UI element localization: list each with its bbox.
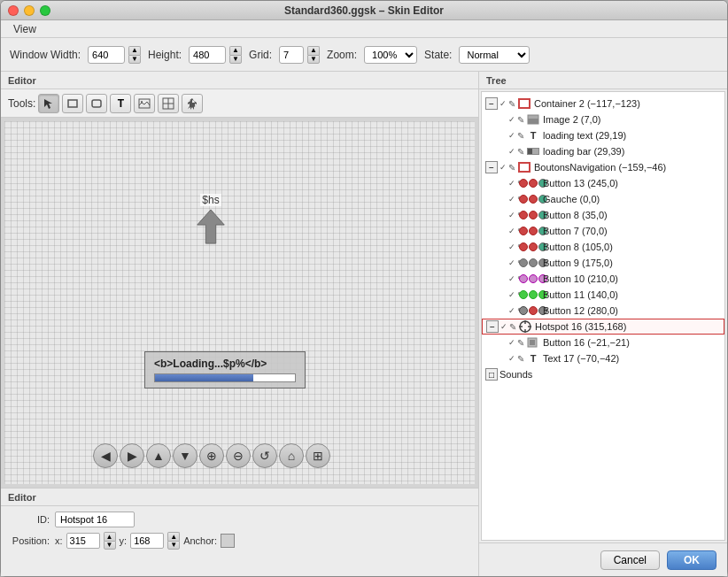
check-icon[interactable]: ✓ [508,211,515,219]
pencil-icon[interactable]: ✎ [517,131,524,141]
tree-toggle[interactable]: □ [485,368,498,381]
grid-up[interactable]: ▲ [307,46,320,55]
nav-btn-right[interactable]: ▶ [120,443,144,468]
tree-item-btn8a[interactable]: ✓✎Button 8 (35,0) [482,207,724,223]
svg-rect-18 [530,340,535,345]
x-up[interactable]: ▲ [104,532,116,541]
tree-item-btn16[interactable]: ✓✎Button 16 (−21,−21) [482,335,724,350]
nav-btn-zoomin[interactable]: ⊕ [199,443,224,468]
y-up[interactable]: ▲ [167,532,180,541]
anchor-box [221,534,235,548]
tree-item-label: Button 13 (245,0) [543,178,618,188]
tool-hotspot[interactable] [158,94,179,113]
check-icon[interactable]: ✓ [508,179,515,188]
check-icon[interactable]: ✓ [508,195,515,204]
tree-item-btn9[interactable]: ✓✎Button 9 (175,0) [482,255,724,271]
tree-item-boutons[interactable]: −✓✎BoutonsNavigation (−159,−46) [482,159,724,175]
tree-item-image2[interactable]: ✓✎Image 2 (7,0) [482,112,724,127]
check-icon[interactable]: ✓ [508,354,515,363]
pencil-icon[interactable]: ✎ [508,163,515,173]
check-icon[interactable]: ✓ [500,99,507,108]
tree-content[interactable]: −✓✎Container 2 (−117,−123)✓✎Image 2 (7,0… [481,91,725,541]
check-icon[interactable]: ✓ [508,306,515,315]
pencil-icon[interactable]: ✎ [517,338,524,348]
tree-item-loadingbar[interactable]: ✓✎loading bar (29,39) [482,143,724,159]
tree-item-btn7[interactable]: ✓✎Button 7 (70,0) [482,223,724,239]
nav-btn-down[interactable]: ▼ [173,443,197,468]
tree-item-sounds[interactable]: □Sounds [482,366,724,382]
tree-item-text17[interactable]: ✓✎TText 17 (−70,−42) [482,350,724,366]
tree-toggle[interactable]: − [486,320,499,333]
tool-text[interactable]: T [110,94,131,113]
width-up[interactable]: ▲ [128,46,141,55]
tree-item-container2[interactable]: −✓✎Container 2 (−117,−123) [482,96,724,112]
close-button[interactable] [8,5,19,16]
check-icon[interactable]: ✓ [508,258,515,267]
tool-select[interactable] [38,94,59,113]
minimize-button[interactable] [24,5,35,16]
left-panel: Editor Tools: T [1,72,479,576]
tool-rounded-rect[interactable] [86,94,107,113]
check-icon[interactable]: ✓ [500,163,507,172]
tree-item-loadingtext[interactable]: ✓✎Tloading text (29,19) [482,127,724,143]
tree-item-hotspot16[interactable]: −✓✎Hotspot 16 (315,168) [482,319,724,335]
check-icon[interactable]: ✓ [508,290,515,299]
zoom-select[interactable]: 100% 50% 200% [364,46,417,64]
grid-input[interactable] [279,46,304,64]
tool-image[interactable] [134,94,155,113]
tree-item-btn10[interactable]: ✓✎Button 10 (210,0) [482,271,724,287]
tree-toggle[interactable]: − [485,161,498,173]
nav-btn-home[interactable]: ⌂ [279,443,304,468]
tool-rect[interactable] [62,94,83,113]
pencil-icon[interactable]: ✎ [508,99,515,109]
check-icon[interactable]: ✓ [508,338,515,347]
state-select[interactable]: Normal Hover Pressed Disabled [459,46,530,64]
nav-btn-up[interactable]: ▲ [146,443,171,468]
check-icon[interactable]: ✓ [508,115,515,124]
nav-btn-zoomout[interactable]: ⊖ [226,443,251,468]
y-input[interactable] [130,533,164,549]
ok-button[interactable]: OK [667,550,716,570]
width-input[interactable] [88,46,125,64]
pencil-icon[interactable]: ✎ [509,322,516,332]
menu-view[interactable]: View [8,21,42,37]
canvas-loading-box[interactable]: <b>Loading...$p%</b> [144,351,306,389]
tree-item-btn13[interactable]: ✓✎Button 13 (245,0) [482,175,724,191]
nav-btn-grid[interactable]: ⊞ [306,443,330,468]
grid-down[interactable]: ▼ [307,55,320,64]
pencil-icon[interactable]: ✎ [517,115,524,125]
check-icon[interactable]: ✓ [508,131,515,140]
tree-item-gauche[interactable]: ✓✎Gauche (0,0) [482,191,724,207]
height-input[interactable] [189,46,226,64]
maximize-button[interactable] [40,5,50,16]
pencil-icon[interactable]: ✎ [517,147,524,157]
canvas-widget-arrow[interactable]: $hs [192,194,229,245]
cancel-button[interactable]: Cancel [600,550,660,570]
canvas-area[interactable]: $hs <b>Loading...$p%</b> ◀ [1,118,478,488]
tree-item-btn11[interactable]: ✓✎Button 11 (140,0) [482,287,724,303]
tree-toggle[interactable]: − [485,97,498,110]
check-icon[interactable]: ✓ [508,242,515,251]
check-icon[interactable]: ✓ [508,274,515,283]
grid-input-group: ▲ ▼ [279,46,320,64]
multi-icon [526,177,540,189]
bottom-fields: ID: Hotspot 16 Position: x: ▲ ▼ y: [1,506,478,555]
loading-bar-inner [155,374,253,381]
nav-btn-rotate[interactable]: ↺ [252,443,277,468]
x-input[interactable] [66,533,100,549]
check-icon[interactable]: ✓ [500,322,507,331]
tree-item-label: Button 16 (−21,−21) [543,337,630,348]
y-down[interactable]: ▼ [167,541,180,550]
height-up[interactable]: ▲ [229,46,242,55]
nav-btn-left[interactable]: ◀ [93,443,118,468]
tool-move[interactable] [182,94,203,113]
check-icon[interactable]: ✓ [508,147,515,156]
pencil-icon[interactable]: ✎ [517,354,524,364]
tree-item-btn12[interactable]: ✓✎Button 12 (280,0) [482,303,724,319]
check-icon[interactable]: ✓ [508,227,515,235]
width-down[interactable]: ▼ [128,55,141,64]
height-down[interactable]: ▼ [229,55,242,64]
x-down[interactable]: ▼ [104,541,116,550]
tree-item-btn8b[interactable]: ✓✎Button 8 (105,0) [482,239,724,255]
tree-item-label: loading bar (29,39) [543,146,624,157]
